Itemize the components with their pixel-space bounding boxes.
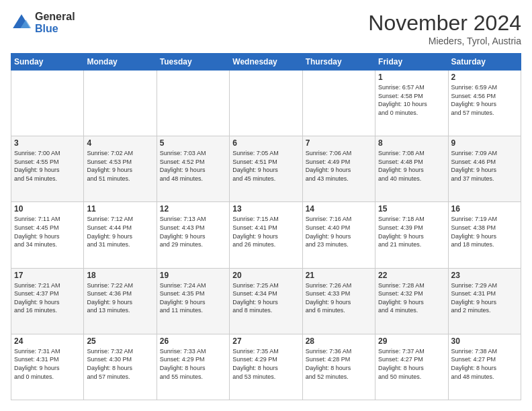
day-number: 6 — [232, 138, 299, 148]
col-friday: Friday — [375, 54, 448, 71]
day-number: 9 — [451, 138, 518, 148]
day-number: 3 — [14, 138, 81, 148]
day-cell: 9Sunrise: 7:09 AM Sunset: 4:46 PM Daylig… — [448, 136, 521, 202]
day-cell: 4Sunrise: 7:02 AM Sunset: 4:53 PM Daylig… — [84, 136, 157, 202]
col-monday: Monday — [84, 54, 157, 71]
day-number: 5 — [160, 138, 226, 148]
day-number: 23 — [451, 271, 518, 280]
day-info: Sunrise: 7:38 AM Sunset: 4:27 PM Dayligh… — [451, 347, 518, 381]
week-row-3: 10Sunrise: 7:11 AM Sunset: 4:45 PM Dayli… — [11, 202, 521, 268]
day-number: 13 — [232, 204, 299, 214]
day-cell: 17Sunrise: 7:21 AM Sunset: 4:37 PM Dayli… — [11, 268, 84, 334]
day-info: Sunrise: 7:29 AM Sunset: 4:31 PM Dayligh… — [451, 281, 518, 315]
day-number: 22 — [378, 271, 445, 280]
day-info: Sunrise: 7:26 AM Sunset: 4:33 PM Dayligh… — [306, 281, 372, 315]
day-cell: 1Sunrise: 6:57 AM Sunset: 4:58 PM Daylig… — [375, 71, 448, 136]
week-row-1: 1Sunrise: 6:57 AM Sunset: 4:58 PM Daylig… — [11, 71, 521, 136]
day-info: Sunrise: 7:22 AM Sunset: 4:36 PM Dayligh… — [87, 281, 153, 315]
day-number: 1 — [378, 73, 445, 82]
header: General Blue November 2024 Mieders, Tyro… — [11, 11, 521, 46]
day-info: Sunrise: 7:00 AM Sunset: 4:55 PM Dayligh… — [14, 149, 81, 183]
day-cell: 30Sunrise: 7:38 AM Sunset: 4:27 PM Dayli… — [448, 334, 521, 400]
day-info: Sunrise: 7:13 AM Sunset: 4:43 PM Dayligh… — [160, 215, 226, 248]
day-number: 18 — [87, 271, 153, 280]
day-info: Sunrise: 7:06 AM Sunset: 4:49 PM Dayligh… — [306, 149, 372, 183]
day-cell — [84, 71, 157, 136]
day-info: Sunrise: 7:24 AM Sunset: 4:35 PM Dayligh… — [160, 281, 226, 315]
day-info: Sunrise: 6:59 AM Sunset: 4:56 PM Dayligh… — [451, 83, 518, 117]
day-info: Sunrise: 7:03 AM Sunset: 4:52 PM Dayligh… — [160, 149, 226, 183]
day-info: Sunrise: 7:11 AM Sunset: 4:45 PM Dayligh… — [14, 215, 81, 248]
day-info: Sunrise: 7:18 AM Sunset: 4:39 PM Dayligh… — [378, 215, 445, 248]
day-cell: 14Sunrise: 7:16 AM Sunset: 4:40 PM Dayli… — [302, 202, 375, 268]
day-info: Sunrise: 7:15 AM Sunset: 4:41 PM Dayligh… — [232, 215, 299, 248]
day-cell: 23Sunrise: 7:29 AM Sunset: 4:31 PM Dayli… — [448, 268, 521, 334]
day-cell: 11Sunrise: 7:12 AM Sunset: 4:44 PM Dayli… — [84, 202, 157, 268]
title-block: November 2024 Mieders, Tyrol, Austria — [368, 11, 521, 46]
logo-text: General Blue — [35, 11, 75, 34]
day-cell: 25Sunrise: 7:32 AM Sunset: 4:30 PM Dayli… — [84, 334, 157, 400]
day-number: 11 — [87, 204, 153, 214]
header-row: Sunday Monday Tuesday Wednesday Thursday… — [11, 54, 521, 71]
logo-general-text: General — [35, 11, 75, 23]
day-cell — [230, 71, 302, 136]
week-row-4: 17Sunrise: 7:21 AM Sunset: 4:37 PM Dayli… — [11, 268, 521, 334]
day-cell: 26Sunrise: 7:33 AM Sunset: 4:29 PM Dayli… — [157, 334, 229, 400]
day-number: 8 — [378, 138, 445, 148]
calendar-body: 1Sunrise: 6:57 AM Sunset: 4:58 PM Daylig… — [11, 71, 521, 400]
day-info: Sunrise: 6:57 AM Sunset: 4:58 PM Dayligh… — [378, 83, 445, 117]
month-title: November 2024 — [368, 11, 521, 36]
location-subtitle: Mieders, Tyrol, Austria — [368, 36, 521, 46]
col-saturday: Saturday — [448, 54, 521, 71]
day-cell: 27Sunrise: 7:35 AM Sunset: 4:29 PM Dayli… — [230, 334, 302, 400]
day-cell: 15Sunrise: 7:18 AM Sunset: 4:39 PM Dayli… — [375, 202, 448, 268]
day-info: Sunrise: 7:35 AM Sunset: 4:29 PM Dayligh… — [232, 347, 299, 381]
day-cell: 16Sunrise: 7:19 AM Sunset: 4:38 PM Dayli… — [448, 202, 521, 268]
col-thursday: Thursday — [302, 54, 375, 71]
day-number: 10 — [14, 204, 81, 214]
day-cell: 13Sunrise: 7:15 AM Sunset: 4:41 PM Dayli… — [230, 202, 302, 268]
day-info: Sunrise: 7:36 AM Sunset: 4:28 PM Dayligh… — [306, 347, 372, 381]
col-wednesday: Wednesday — [230, 54, 302, 71]
day-number: 20 — [232, 271, 299, 280]
day-number: 21 — [306, 271, 372, 280]
day-info: Sunrise: 7:02 AM Sunset: 4:53 PM Dayligh… — [87, 149, 153, 183]
day-number: 29 — [378, 336, 445, 346]
week-row-2: 3Sunrise: 7:00 AM Sunset: 4:55 PM Daylig… — [11, 136, 521, 202]
week-row-5: 24Sunrise: 7:31 AM Sunset: 4:31 PM Dayli… — [11, 334, 521, 400]
day-cell: 20Sunrise: 7:25 AM Sunset: 4:34 PM Dayli… — [230, 268, 302, 334]
day-info: Sunrise: 7:33 AM Sunset: 4:29 PM Dayligh… — [160, 347, 226, 381]
col-tuesday: Tuesday — [157, 54, 229, 71]
day-cell: 19Sunrise: 7:24 AM Sunset: 4:35 PM Dayli… — [157, 268, 229, 334]
day-cell: 28Sunrise: 7:36 AM Sunset: 4:28 PM Dayli… — [302, 334, 375, 400]
day-info: Sunrise: 7:25 AM Sunset: 4:34 PM Dayligh… — [232, 281, 299, 315]
day-info: Sunrise: 7:16 AM Sunset: 4:40 PM Dayligh… — [306, 215, 372, 248]
day-cell: 7Sunrise: 7:06 AM Sunset: 4:49 PM Daylig… — [302, 136, 375, 202]
day-number: 4 — [87, 138, 153, 148]
day-number: 14 — [306, 204, 372, 214]
day-info: Sunrise: 7:32 AM Sunset: 4:30 PM Dayligh… — [87, 347, 153, 381]
day-number: 12 — [160, 204, 226, 214]
day-info: Sunrise: 7:28 AM Sunset: 4:32 PM Dayligh… — [378, 281, 445, 315]
day-cell: 12Sunrise: 7:13 AM Sunset: 4:43 PM Dayli… — [157, 202, 229, 268]
day-cell: 24Sunrise: 7:31 AM Sunset: 4:31 PM Dayli… — [11, 334, 84, 400]
day-cell: 8Sunrise: 7:08 AM Sunset: 4:48 PM Daylig… — [375, 136, 448, 202]
day-number: 27 — [232, 336, 299, 346]
day-number: 25 — [87, 336, 153, 346]
logo-icon — [11, 12, 32, 34]
day-number: 17 — [14, 271, 81, 280]
day-number: 7 — [306, 138, 372, 148]
day-number: 16 — [451, 204, 518, 214]
day-number: 2 — [451, 73, 518, 82]
day-info: Sunrise: 7:08 AM Sunset: 4:48 PM Dayligh… — [378, 149, 445, 183]
day-cell: 21Sunrise: 7:26 AM Sunset: 4:33 PM Dayli… — [302, 268, 375, 334]
day-cell — [157, 71, 229, 136]
day-cell: 29Sunrise: 7:37 AM Sunset: 4:27 PM Dayli… — [375, 334, 448, 400]
day-cell: 22Sunrise: 7:28 AM Sunset: 4:32 PM Dayli… — [375, 268, 448, 334]
day-cell — [302, 71, 375, 136]
logo: General Blue — [11, 11, 75, 34]
day-cell: 3Sunrise: 7:00 AM Sunset: 4:55 PM Daylig… — [11, 136, 84, 202]
calendar-table: Sunday Monday Tuesday Wednesday Thursday… — [11, 53, 521, 400]
day-info: Sunrise: 7:09 AM Sunset: 4:46 PM Dayligh… — [451, 149, 518, 183]
day-info: Sunrise: 7:19 AM Sunset: 4:38 PM Dayligh… — [451, 215, 518, 248]
